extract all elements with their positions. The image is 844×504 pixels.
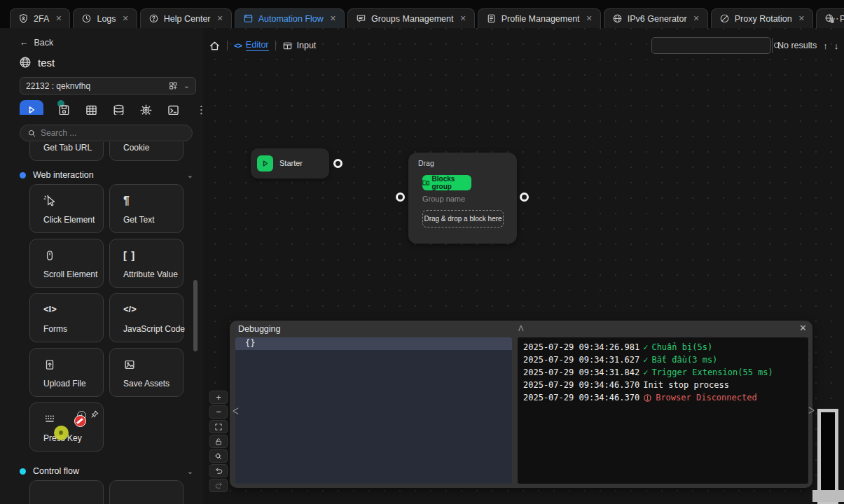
tab-label: Proxy Rotation [735, 14, 792, 24]
tab-help-center[interactable]: Help Center ✕ [140, 8, 232, 28]
tab-2fa[interactable]: 2FA ✕ [10, 8, 70, 28]
block-card-save-assets[interactable]: Save Assets [109, 348, 184, 397]
block-label: Upload File [43, 379, 86, 388]
find-next-button[interactable]: ↓ [834, 41, 839, 51]
block-card-cookie[interactable]: Cookie [109, 142, 184, 161]
close-icon[interactable]: ✕ [799, 323, 807, 333]
block-label: Forms [43, 324, 67, 334]
back-button[interactable]: ← Back [20, 38, 53, 48]
flow-canvas[interactable]: <> Editor Input No results ↑ ↓ Starter [203, 28, 844, 504]
tab-profile-management[interactable]: Profile Management ✕ [478, 8, 601, 28]
log-pane[interactable]: 2025-07-29 09:34:26.981 ✓ Chuẩn bị(5s) 2… [518, 337, 808, 484]
chevron-down-icon[interactable]: ⌄ [187, 171, 193, 180]
collapse-icon[interactable]: ᐱ [518, 324, 524, 333]
find-prev-button[interactable]: ↑ [823, 41, 828, 51]
chevron-down-icon[interactable]: ⌄ [187, 467, 193, 476]
tab-label: Input [297, 41, 317, 50]
block-card-partial[interactable] [109, 480, 184, 504]
log-row: 2025-07-29 09:34:31.627 ✓ Bắt đầu(3 ms) [523, 354, 803, 366]
divider [275, 41, 276, 50]
block-card-get-text[interactable]: ¶ Get Text [109, 184, 184, 233]
block-card-partial[interactable] [29, 480, 104, 504]
port-starter-output[interactable] [333, 159, 343, 168]
find-box[interactable] [651, 37, 771, 54]
back-arrow-icon: ← [20, 38, 29, 48]
block-card-press-key[interactable]: Press Key i [29, 402, 104, 451]
tab-label: Help Center [164, 14, 211, 24]
log-time: 2025-07-29 09:34:31.842 [523, 368, 639, 377]
tab-editor[interactable]: <> Editor [234, 40, 269, 51]
block-search[interactable] [20, 125, 193, 141]
find-bar: No results ↑ ↓ [651, 37, 838, 54]
tab-input[interactable]: Input [282, 41, 317, 51]
tab-groups-management[interactable]: Groups Management ✕ [347, 8, 475, 28]
block-card-attribute-value[interactable]: [ ] Attribute Value [109, 239, 184, 288]
block-card-get-tab-url[interactable]: Get Tab URL [29, 142, 104, 161]
block-label: Scroll Element [43, 270, 97, 279]
block-card-click-element[interactable]: Click Element [29, 184, 104, 233]
search-blocks-button[interactable] [209, 449, 228, 463]
keyboard-icon [43, 413, 56, 426]
block-card-upload-file[interactable]: Upload File [29, 348, 104, 397]
close-icon[interactable]: ✕ [217, 14, 223, 23]
sidebar-scrollbar[interactable] [193, 280, 198, 351]
mouse-cursor-highlight [54, 426, 69, 440]
section-control-flow[interactable]: Control flow ⌄ [20, 466, 193, 476]
port-group-output[interactable] [520, 192, 529, 202]
clock-icon [81, 13, 92, 24]
group-drag-handle[interactable]: Drag [418, 159, 434, 167]
home-icon[interactable] [209, 40, 221, 52]
profile-select[interactable]: 22132 : qeknvfhq ⌄ [20, 77, 196, 94]
log-time: 2025-07-29 09:34:46.370 [523, 380, 639, 390]
play-icon [257, 155, 273, 172]
lock-button[interactable] [209, 435, 228, 448]
zoom-in-button[interactable]: + [209, 391, 228, 404]
fit-view-button[interactable] [209, 420, 228, 433]
collapse-left-handle[interactable]: ᐸ [233, 407, 239, 416]
find-input[interactable] [652, 38, 772, 53]
node-blocks-group[interactable]: Drag Blocks group Group name Drag & drop… [408, 153, 517, 244]
log-message: Bắt đầu(3 ms) [651, 355, 717, 365]
tab-label: Groups Management [371, 14, 453, 24]
group-drop-zone[interactable]: Drag & drop a block here [422, 210, 504, 227]
section-web-interaction[interactable]: Web interaction ⌄ [20, 170, 193, 180]
close-icon[interactable]: ✕ [693, 14, 700, 23]
redo-button[interactable] [209, 479, 228, 492]
block-card-forms[interactable]: <I> Forms [29, 293, 104, 342]
section-label: Control flow [33, 466, 79, 476]
close-icon[interactable]: ✕ [586, 14, 593, 23]
log-message: Init stop process [643, 380, 729, 390]
tab-ipv6-generator[interactable]: IPv6 Generator ✕ [604, 8, 708, 28]
tab-logs[interactable]: Logs ✕ [73, 8, 137, 28]
block-label: Cookie [123, 143, 149, 153]
json-editor[interactable]: {} [235, 337, 512, 484]
close-icon[interactable]: ✕ [330, 14, 336, 23]
undo-button[interactable] [209, 464, 228, 477]
tab-overflow-menu[interactable]: ⋯ [829, 13, 840, 24]
node-starter[interactable]: Starter [251, 148, 329, 178]
close-icon[interactable]: ✕ [123, 14, 129, 23]
port-group-input[interactable] [396, 192, 405, 202]
zoom-out-button[interactable]: − [209, 405, 228, 419]
block-card-javascript-code[interactable]: </> JavaScript Code [109, 293, 184, 342]
collapse-right-handle[interactable]: ᐳ [808, 406, 815, 416]
close-icon[interactable]: ✕ [55, 14, 62, 23]
globe-icon [19, 56, 32, 69]
block-search-input[interactable] [41, 128, 167, 138]
block-label: JavaScript Code [123, 324, 185, 334]
debug-body: {} 2025-07-29 09:34:26.981 ✓ Chuẩn bị(5s… [235, 337, 808, 484]
log-time: 2025-07-29 09:34:31.627 [523, 355, 639, 365]
help-circle-icon [148, 13, 159, 24]
log-time: 2025-07-29 09:34:46.370 [523, 393, 639, 402]
close-icon[interactable]: ✕ [798, 14, 805, 23]
log-row: 2025-07-29 09:34:26.981 ✓ Chuẩn bị(5s) [523, 341, 803, 354]
document-icon [486, 13, 497, 24]
group-name-placeholder[interactable]: Group name [422, 195, 465, 203]
pin-icon[interactable] [90, 410, 99, 419]
chevron-down-icon: ⌄ [184, 81, 190, 90]
blocks-group-button[interactable]: Blocks group [422, 175, 471, 190]
block-card-scroll-element[interactable]: Scroll Element [29, 239, 104, 288]
tab-automation-flow[interactable]: Automation Flow ✕ [235, 8, 345, 28]
close-icon[interactable]: ✕ [459, 14, 466, 23]
tab-proxy-rotation[interactable]: Proxy Rotation ✕ [711, 8, 813, 28]
